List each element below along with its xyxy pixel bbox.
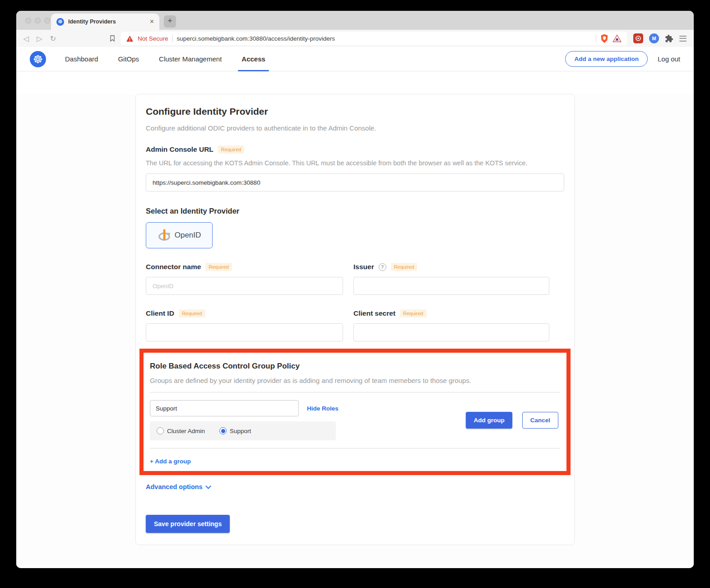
nav-item-cluster-management[interactable]: Cluster Management — [159, 47, 222, 71]
menu-icon[interactable] — [679, 36, 687, 42]
add-a-group-link[interactable]: + Add a group — [150, 458, 191, 465]
not-secure-label: Not Secure — [138, 35, 168, 42]
advanced-options-label: Advanced options — [146, 483, 203, 490]
hide-roles-link[interactable]: Hide Roles — [307, 405, 339, 412]
client-id-field: Client ID Required — [146, 309, 343, 341]
radio-unselected-icon — [157, 427, 164, 434]
openid-label: OpenID — [175, 231, 201, 240]
tab-title: Identity Providers — [68, 19, 146, 25]
admin-console-url-input[interactable] — [146, 173, 564, 191]
required-badge: Required — [391, 263, 418, 271]
window-minimize-button[interactable] — [35, 18, 41, 23]
group-name-input[interactable] — [150, 400, 299, 416]
role-radio-label: Support — [230, 428, 251, 434]
brave-shield-icon[interactable] — [600, 34, 608, 43]
issuer-field: Issuer ? Required — [353, 263, 549, 295]
group-editor-left: Hide Roles Cluster Admin Support — [150, 400, 466, 440]
advanced-options-toggle[interactable]: Advanced options — [146, 483, 564, 490]
admin-console-url-label: Admin Console URL — [146, 145, 213, 154]
role-radio-label: Cluster Admin — [167, 428, 205, 434]
bookmark-icon[interactable] — [109, 35, 116, 42]
client-secret-field: Client secret Required — [353, 309, 549, 341]
role-radio-cluster-admin[interactable]: Cluster Admin — [157, 427, 205, 434]
save-provider-settings-button[interactable]: Save provider settings — [146, 515, 230, 533]
openid-provider-card[interactable]: OpenID — [146, 222, 213, 248]
forward-icon[interactable]: ▷ — [37, 34, 42, 43]
add-group-button[interactable]: Add group — [466, 412, 512, 429]
help-icon[interactable]: ? — [379, 263, 386, 271]
required-badge: Required — [400, 309, 427, 317]
warning-icon — [126, 35, 134, 42]
tab-close-icon[interactable]: × — [150, 18, 154, 25]
page-content: Configure Identity Provider Configure ad… — [16, 94, 694, 568]
cancel-button[interactable]: Cancel — [522, 412, 558, 429]
required-badge: Required — [205, 263, 232, 271]
kubernetes-logo: ☸ — [30, 51, 46, 67]
openid-logo-icon — [158, 229, 171, 242]
admin-console-url-section: Admin Console URL Required The URL for a… — [146, 145, 564, 191]
kubernetes-favicon: ☸ — [56, 18, 64, 26]
browser-window: ☸ Identity Providers × + ◁ ▷ ↻ Not Secur… — [16, 11, 694, 568]
connector-name-field: Connector name Required — [146, 263, 343, 295]
client-secret-input[interactable] — [353, 323, 549, 341]
logout-link[interactable]: Log out — [658, 55, 680, 63]
group-editor-row: Hide Roles Cluster Admin Support — [150, 400, 560, 440]
page-title: Configure Identity Provider — [146, 106, 564, 117]
client-id-input[interactable] — [146, 323, 343, 341]
rbac-section-description: Groups are defined by your identity prov… — [150, 377, 560, 384]
browser-toolbar: ◁ ▷ ↻ Not Secure superci.somebigbank.com… — [16, 30, 694, 47]
required-badge: Required — [179, 309, 205, 317]
chevron-down-icon — [205, 483, 211, 489]
identity-provider-select-label: Select an Identity Provider — [146, 207, 564, 215]
annotation-highlight-box: Role Based Access Control Group Policy G… — [139, 349, 571, 475]
profile-avatar[interactable]: M — [649, 33, 659, 43]
issuer-label: Issuer — [353, 263, 374, 271]
add-new-application-button[interactable]: Add a new application — [565, 51, 648, 67]
connector-name-input[interactable] — [146, 277, 343, 295]
new-tab-button[interactable]: + — [164, 15, 176, 28]
required-badge: Required — [218, 145, 245, 154]
window-close-button[interactable] — [25, 18, 31, 23]
url-text: superci.somebigbank.com:30880/access/ide… — [177, 35, 335, 42]
address-bar[interactable]: Not Secure superci.somebigbank.com:30880… — [121, 32, 627, 45]
page-subtitle: Configure additional ODIC providers to a… — [146, 124, 564, 132]
connector-name-label: Connector name — [146, 263, 201, 271]
admin-console-url-help: The URL for accessing the KOTS Admin Con… — [146, 159, 564, 167]
reload-icon[interactable]: ↻ — [50, 34, 56, 43]
client-id-label: Client ID — [146, 309, 174, 317]
issuer-input[interactable] — [353, 277, 549, 295]
browser-tab-bar: ☸ Identity Providers × + — [16, 11, 694, 30]
window-zoom-button[interactable] — [44, 18, 50, 23]
url-separator — [596, 35, 596, 42]
back-icon[interactable]: ◁ — [23, 34, 29, 43]
divider — [150, 448, 560, 448]
rbac-section-title: Role Based Access Control Group Policy — [150, 362, 560, 371]
app-navigation: ☸ Dashboard GitOps Cluster Management Ac… — [16, 47, 694, 71]
extension-icon[interactable] — [633, 33, 643, 43]
configure-identity-provider-card: Configure Identity Provider Configure ad… — [135, 94, 575, 545]
provider-fields-grid: Connector name Required Issuer ? Require… — [146, 263, 564, 341]
nav-right: Add a new application Log out — [565, 51, 680, 67]
nav-item-access[interactable]: Access — [241, 47, 265, 71]
roles-radio-group: Cluster Admin Support — [150, 421, 336, 440]
bat-rewards-icon[interactable] — [613, 34, 622, 42]
nav-item-gitops[interactable]: GitOps — [118, 47, 139, 71]
radio-selected-icon — [219, 427, 227, 434]
role-radio-support[interactable]: Support — [219, 427, 251, 434]
nav-item-dashboard[interactable]: Dashboard — [65, 47, 98, 71]
browser-tab[interactable]: ☸ Identity Providers × — [51, 14, 159, 30]
divider — [150, 392, 560, 392]
window-controls — [25, 18, 50, 23]
url-separator — [172, 35, 173, 42]
extensions-puzzle-icon[interactable] — [665, 34, 673, 43]
group-actions: Add group Cancel — [466, 412, 560, 429]
extension-area: M — [633, 33, 687, 43]
client-secret-label: Client secret — [353, 309, 395, 317]
